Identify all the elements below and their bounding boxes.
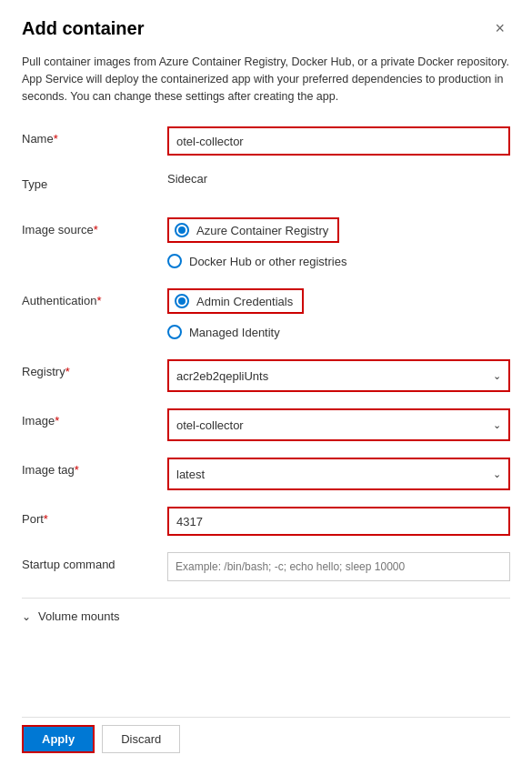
image-tag-label: Image tag* [22, 458, 167, 477]
volume-mounts-row[interactable]: ⌄ Volume mounts [22, 609, 510, 623]
volume-mounts-label: Volume mounts [38, 609, 120, 623]
image-source-option2-label: Docker Hub or other registries [189, 255, 346, 268]
image-source-row: Image source* Azure Container Registry [22, 217, 510, 272]
port-row: Port* [22, 507, 510, 536]
image-select-wrapper: otel-collector ⌄ [167, 408, 510, 441]
authentication-radio-group: Admin Credentials Managed Identity [167, 288, 510, 343]
dialog-title: Add container [22, 18, 144, 39]
image-row: Image* otel-collector ⌄ [22, 408, 510, 441]
close-button[interactable]: × [489, 18, 510, 38]
registry-select[interactable]: acr2eb2qepliUnts [169, 361, 508, 390]
form-body: Name* Type Sidecar Image source* [22, 126, 510, 710]
radio-admin-inner [178, 297, 186, 305]
name-control [167, 126, 510, 156]
image-source-radio-group: Azure Container Registry Docker Hub or o… [167, 217, 510, 272]
port-control [167, 507, 510, 536]
image-label: Image* [22, 408, 167, 428]
name-input[interactable] [167, 126, 510, 156]
type-label: Type [22, 172, 167, 191]
apply-button[interactable]: Apply [22, 725, 95, 753]
type-row: Type Sidecar [22, 172, 510, 201]
type-value: Sidecar [167, 166, 207, 186]
image-source-control: Azure Container Registry Docker Hub or o… [167, 217, 510, 272]
image-tag-row: Image tag* latest ⌄ [22, 458, 510, 490]
authentication-row: Authentication* Admin Credentials [22, 288, 510, 343]
divider [22, 598, 510, 599]
image-source-option1[interactable]: Azure Container Registry [167, 217, 510, 243]
startup-input[interactable] [167, 552, 510, 581]
authentication-control: Admin Credentials Managed Identity [167, 288, 510, 343]
registry-select-wrapper: acr2eb2qepliUnts ⌄ [167, 359, 510, 392]
image-tag-select-wrapper: latest ⌄ [167, 458, 510, 490]
registry-control: acr2eb2qepliUnts ⌄ [167, 359, 510, 392]
radio-admin-outer [175, 294, 189, 308]
radio-managed-outer [167, 325, 182, 339]
discard-button[interactable]: Discard [102, 725, 180, 753]
startup-label: Startup command [22, 552, 167, 571]
description-text: Pull container images from Azure Contain… [22, 54, 510, 105]
port-label: Port* [22, 507, 167, 526]
type-control: Sidecar [167, 172, 510, 186]
radio-dockerhub-outer [167, 254, 182, 268]
image-tag-select[interactable]: latest [169, 459, 508, 488]
registry-label: Registry* [22, 359, 167, 378]
radio-acr-inner [178, 226, 186, 234]
startup-control [167, 552, 510, 581]
dialog-footer: Apply Discard [22, 717, 510, 753]
registry-row: Registry* acr2eb2qepliUnts ⌄ [22, 359, 510, 392]
image-select[interactable]: otel-collector [169, 410, 508, 439]
authentication-option2[interactable]: Managed Identity [167, 321, 510, 343]
volume-mounts-chevron-icon: ⌄ [22, 610, 31, 623]
port-input[interactable] [167, 507, 510, 536]
name-row: Name* [22, 126, 510, 156]
image-source-label: Image source* [22, 217, 167, 237]
authentication-label: Authentication* [22, 288, 167, 307]
authentication-option1[interactable]: Admin Credentials [167, 288, 510, 314]
radio-acr-outer [175, 223, 189, 237]
image-tag-control: latest ⌄ [167, 458, 510, 490]
image-control: otel-collector ⌄ [167, 408, 510, 441]
image-source-option1-label: Azure Container Registry [196, 224, 328, 237]
authentication-option1-label: Admin Credentials [196, 295, 293, 308]
dialog-header: Add container × [22, 18, 510, 39]
name-label: Name* [22, 126, 167, 146]
image-source-option2[interactable]: Docker Hub or other registries [167, 250, 510, 272]
startup-row: Startup command [22, 552, 510, 581]
authentication-option2-label: Managed Identity [189, 326, 280, 339]
add-container-dialog: Add container × Pull container images fr… [0, 0, 532, 775]
